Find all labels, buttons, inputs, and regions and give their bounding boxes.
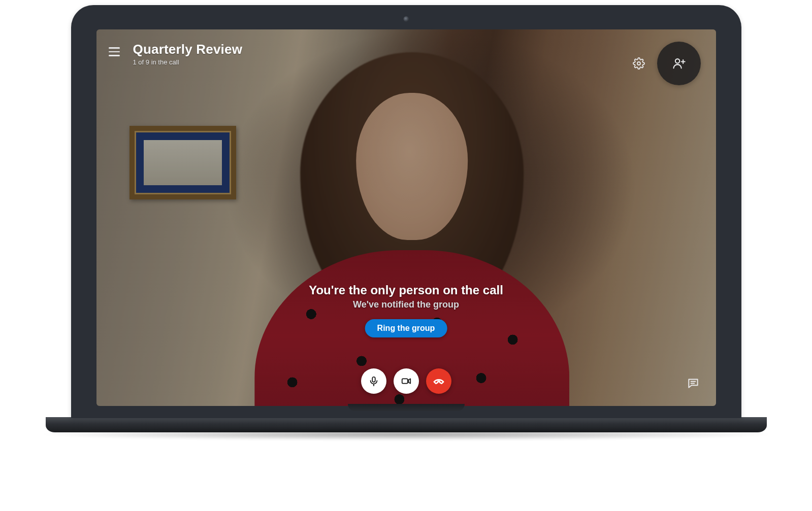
microphone-icon <box>368 376 379 387</box>
laptop-shadow <box>36 428 777 440</box>
hang-up-button[interactable] <box>426 368 451 394</box>
ring-group-button[interactable]: Ring the group <box>365 319 447 337</box>
svg-rect-4 <box>372 377 375 382</box>
notice-subtitle: We've notified the group <box>309 299 503 310</box>
toggle-video-button[interactable] <box>394 368 419 394</box>
call-title: Quarterly Review <box>133 42 243 57</box>
toggle-microphone-button[interactable] <box>361 368 386 394</box>
hang-up-icon <box>432 374 445 388</box>
lonely-call-notice: You're the only person on the call We've… <box>309 283 503 337</box>
laptop-camera <box>403 16 409 22</box>
video-dim-overlay <box>96 29 716 406</box>
open-chat-button[interactable] <box>686 376 701 391</box>
video-camera-icon <box>401 376 412 387</box>
laptop-body: Quarterly Review 1 of 9 in the call <box>71 5 741 418</box>
add-participant-button[interactable] <box>657 42 701 85</box>
participants-status: 1 of 9 in the call <box>133 58 243 66</box>
add-person-icon <box>672 56 686 71</box>
chat-icon <box>687 377 700 390</box>
call-header: Quarterly Review 1 of 9 in the call <box>96 29 716 85</box>
svg-rect-6 <box>402 379 407 383</box>
laptop-hinge-notch <box>348 404 465 411</box>
gear-icon <box>633 57 645 70</box>
svg-point-1 <box>675 59 679 63</box>
notice-title: You're the only person on the call <box>309 283 503 297</box>
menu-button[interactable] <box>109 45 123 59</box>
laptop-device-frame: Quarterly Review 1 of 9 in the call <box>71 5 741 440</box>
svg-marker-7 <box>408 379 410 383</box>
app-screen: Quarterly Review 1 of 9 in the call <box>96 29 716 406</box>
settings-button[interactable] <box>632 56 646 71</box>
call-controls <box>361 368 451 394</box>
svg-point-0 <box>637 62 640 65</box>
